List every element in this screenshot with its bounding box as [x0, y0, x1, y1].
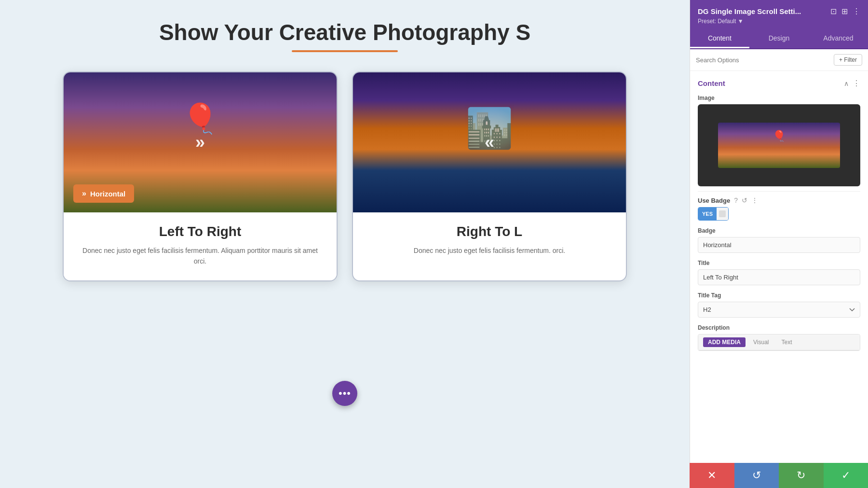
layout-icon[interactable]: ⊞ — [841, 7, 848, 16]
more-options-icon[interactable]: ⋮ — [853, 7, 860, 16]
title-underline — [292, 50, 398, 52]
panel-header-icons: ⊡ ⊞ ⋮ — [830, 7, 860, 16]
panel-preset[interactable]: Preset: Default ▼ — [698, 18, 860, 25]
divider-1 — [698, 191, 860, 192]
redo-button[interactable]: ↻ — [779, 463, 824, 488]
settings-panel: DG Single Image Scroll Setti... ⊡ ⊞ ⋮ Pr… — [690, 0, 868, 488]
content-section-header: Content ∧ ⋮ — [698, 79, 860, 88]
use-badge-row: Use Badge ? ↺ ⋮ — [698, 196, 860, 204]
arrow-overlay-right: » — [195, 132, 205, 153]
toggle-dot — [719, 210, 726, 217]
reset-icon[interactable]: ↺ — [742, 196, 747, 204]
card-image-wrap-2: « — [353, 72, 626, 212]
arrow-left-icon: « — [485, 132, 494, 153]
panel-content: Content ∧ ⋮ Image Use Badge ? ↺ ⋮ YES Ba… — [690, 71, 868, 488]
panel-tabs: Content Design Advanced — [690, 29, 868, 49]
badge-field-label: Badge — [698, 227, 860, 234]
toggle-no[interactable] — [717, 208, 728, 220]
description-editor: ADD MEDIA Visual Text — [698, 334, 860, 351]
toggle-more-icon[interactable]: ⋮ — [751, 196, 758, 204]
panel-title-row: DG Single Image Scroll Setti... ⊡ ⊞ ⋮ — [698, 7, 860, 16]
use-badge-label: Use Badge — [698, 197, 730, 204]
card-image-wrap-1: » » Horizontal — [64, 72, 337, 212]
card-title-2: Right To L — [366, 224, 612, 239]
badge-input[interactable] — [698, 237, 860, 253]
title-tag-label: Title Tag — [698, 292, 860, 299]
section-controls: ∧ ⋮ — [844, 79, 860, 88]
card-title-1: Left To Right — [77, 224, 323, 239]
arrow-right-icon: » — [195, 132, 205, 153]
add-media-button[interactable]: ADD MEDIA — [703, 337, 746, 347]
badge-arrows-icon: » — [82, 189, 86, 198]
card-right-to-left[interactable]: « Right To L Donec nec justo eget felis … — [352, 71, 627, 281]
cards-row: » » Horizontal Left To Right Donec nec j… — [0, 71, 690, 281]
use-badge-toggle[interactable]: YES — [698, 207, 729, 221]
tab-design[interactable]: Design — [749, 29, 809, 48]
title-tag-select[interactable]: H2 H1 H3 H4 — [698, 302, 860, 318]
card-desc-2: Donec nec justo eget felis facilisis fer… — [366, 245, 612, 256]
help-icon[interactable]: ? — [734, 196, 738, 204]
monitor-icon[interactable]: ⊡ — [830, 7, 837, 16]
section-more-icon[interactable]: ⋮ — [853, 79, 860, 88]
canvas-area: Show Your Creative Photography S » » Hor… — [0, 0, 690, 488]
collapse-icon[interactable]: ∧ — [844, 80, 849, 87]
arrow-overlay-left: « — [485, 132, 494, 153]
badge-horizontal: » Horizontal — [73, 184, 134, 203]
image-preview-thumbnail — [718, 123, 840, 168]
card-left-to-right[interactable]: » » Horizontal Left To Right Donec nec j… — [63, 71, 338, 281]
tab-content[interactable]: Content — [690, 29, 749, 48]
page-title: Show Your Creative Photography S — [159, 19, 530, 45]
search-row: + Filter — [690, 49, 868, 71]
description-field-label: Description — [698, 324, 860, 331]
toggle-yes[interactable]: YES — [698, 208, 717, 220]
undo-button[interactable]: ↺ — [734, 463, 779, 488]
card-desc-1: Donec nec justo eget felis facilisis fer… — [77, 245, 323, 267]
title-input[interactable] — [698, 269, 860, 285]
cancel-button[interactable]: ✕ — [690, 463, 734, 488]
search-input[interactable] — [696, 56, 830, 64]
image-preview[interactable] — [698, 104, 860, 186]
card-body-2: Right To L Donec nec justo eget felis fa… — [353, 212, 626, 269]
bottom-action-bar: ✕ ↺ ↻ ✓ — [690, 463, 868, 488]
image-field-label: Image — [698, 95, 860, 101]
save-button[interactable]: ✓ — [824, 463, 868, 488]
badge-text: Horizontal — [90, 190, 125, 198]
title-field-label: Title — [698, 260, 860, 266]
panel-title: DG Single Image Scroll Setti... — [698, 7, 830, 15]
text-tab[interactable]: Text — [776, 337, 797, 347]
filter-button[interactable]: + Filter — [834, 54, 862, 66]
card-body-1: Left To Right Donec nec justo eget felis… — [64, 212, 337, 280]
editor-toolbar: ADD MEDIA Visual Text — [698, 335, 860, 350]
visual-tab[interactable]: Visual — [748, 337, 773, 347]
content-section-title: Content — [698, 79, 725, 87]
panel-header: DG Single Image Scroll Setti... ⊡ ⊞ ⋮ Pr… — [690, 0, 868, 29]
tab-advanced[interactable]: Advanced — [809, 29, 868, 48]
floating-action-button[interactable]: ••• — [332, 381, 357, 406]
